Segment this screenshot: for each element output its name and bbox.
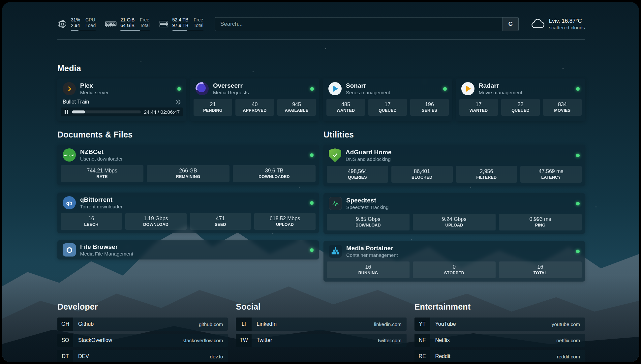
search-input[interactable]: [215, 17, 503, 31]
service-desc: Container management: [346, 252, 398, 258]
service-name: qBittorrent: [80, 196, 122, 203]
cpu-usage-label: CPU: [85, 17, 96, 23]
stat-queued: 22QUEUED: [501, 99, 540, 116]
status-dot: [310, 87, 314, 91]
bookmark-github[interactable]: GH Github github.com: [57, 318, 228, 331]
ram-icon: [105, 20, 117, 28]
service-desc: Media File Management: [80, 251, 133, 257]
pause-button[interactable]: [64, 109, 69, 115]
ram-total-label: Total: [140, 23, 150, 28]
bookmark-name: Reddit: [435, 353, 450, 359]
service-card-overseerr[interactable]: Overseerr Media Requests 21PENDING 40APP…: [190, 78, 319, 121]
stat-downloaded: 39.6 TBDOWNLOADED: [233, 165, 316, 182]
disk-stat: 52.4 TB Free 97.9 TB Total: [159, 17, 203, 31]
bookmark-stackoverflow[interactable]: SO StackOverflow stackoverflow.com: [57, 334, 228, 347]
gear-icon[interactable]: [175, 99, 181, 105]
bookmark-abbr: DT: [57, 350, 73, 362]
status-dot: [576, 250, 580, 253]
disk-icon: [159, 20, 169, 28]
bookmark-abbr: NF: [414, 334, 430, 347]
service-desc: Usenet downloader: [80, 156, 123, 162]
stat-rate: 744.21 MbpsRATE: [61, 165, 143, 182]
service-desc: Media Requests: [213, 90, 249, 95]
section-title-media: Media: [57, 64, 585, 73]
weather-condition: scattered clouds: [549, 25, 585, 30]
bookmark-dev[interactable]: DT DEV dev.to: [57, 350, 228, 362]
stat-latency: 47.569 msLATENCY: [520, 166, 582, 183]
disk-free-label: Free: [194, 17, 203, 23]
status-dot: [310, 153, 314, 157]
bookmark-url: reddit.com: [557, 354, 580, 359]
stat-approved: 40APPROVED: [235, 99, 274, 116]
stat-upload: 618.52 MbpsUPLOAD: [254, 213, 316, 230]
service-card-sonarr[interactable]: Sonarr Series management 485WANTED 17QUE…: [323, 78, 452, 121]
service-name: Media Portainer: [346, 245, 398, 252]
stat-upload: 9.24 GbpsUPLOAD: [413, 214, 496, 230]
media-card-grid: Plex Media server Bullet Train: [57, 78, 585, 121]
stat-queued: 17QUEUED: [368, 99, 407, 116]
cpu-stat: 31% CPU 2.94 Load: [57, 17, 96, 31]
adguard-shield-icon: [329, 148, 341, 162]
media-player-bar: 24:44 / 02:06:47: [61, 107, 183, 116]
service-card-portainer[interactable]: Media Portainer Container management 16R…: [323, 241, 585, 282]
bookmark-url: github.com: [199, 321, 223, 327]
ram-total-value: 64 GiB: [120, 23, 135, 28]
bookmark-name: Netflix: [435, 337, 450, 343]
cpu-load-value: 2.94: [71, 23, 80, 28]
service-card-plex[interactable]: Plex Media server Bullet Train: [57, 78, 186, 121]
section-title-developer: Developer: [57, 302, 228, 312]
bookmark-url: linkedin.com: [374, 321, 401, 327]
disk-total-value: 97.9 TB: [172, 23, 189, 28]
service-card-speedtest[interactable]: Speedtest Speedtest Tracking 9.65 GbpsDO…: [323, 193, 585, 234]
playback-progress-track[interactable]: [72, 110, 141, 113]
top-bar: 31% CPU 2.94 Load: [57, 14, 585, 34]
bookmark-reddit[interactable]: RE Reddit reddit.com: [414, 350, 585, 362]
bookmark-group-social: Social LI LinkedIn linkedin.com TW Twitt…: [236, 302, 406, 362]
status-dot: [443, 87, 447, 91]
background-snow-specks: [2, 2, 3, 3]
service-desc: Torrent downloader: [80, 204, 122, 209]
bookmark-twitter[interactable]: TW Twitter twitter.com: [236, 334, 406, 347]
stat-filtered: 2,956FILTERED: [456, 166, 517, 183]
bookmark-netflix[interactable]: NF Netflix netflix.com: [414, 334, 585, 347]
section-title-social: Social: [236, 302, 406, 312]
service-card-adguard[interactable]: AdGuard Home DNS and adblocking 498,564Q…: [323, 145, 585, 186]
service-name: Radarr: [479, 82, 522, 89]
cpu-chip-icon: [57, 19, 67, 29]
bookmark-abbr: RE: [414, 350, 430, 362]
service-card-radarr[interactable]: Radarr Movie management 17WANTED 22QUEUE…: [456, 78, 585, 121]
service-desc: Movie management: [479, 90, 522, 95]
bookmark-name: StackOverflow: [78, 337, 112, 343]
playback-progress-fill: [72, 110, 85, 113]
service-card-nzbget[interactable]: nzbget NZBGet Usenet downloader 744.21 M…: [57, 145, 319, 185]
filebrowser-icon: [63, 243, 76, 257]
bookmark-name: LinkedIn: [257, 321, 277, 327]
section-title-utilities: Utilities: [323, 130, 585, 139]
bookmark-url: netflix.com: [556, 338, 580, 343]
ram-usage-bar: [120, 30, 149, 31]
service-name: File Browser: [80, 243, 133, 251]
bookmark-linkedin[interactable]: LI LinkedIn linkedin.com: [236, 318, 406, 331]
weather-widget[interactable]: Lviv, 16.87°C scattered clouds: [530, 18, 585, 30]
bookmark-url: youtube.com: [552, 321, 580, 327]
bookmark-name: DEV: [78, 353, 89, 359]
service-desc: Speedtest Tracking: [346, 204, 388, 210]
stat-leech: 16LEECH: [61, 213, 122, 230]
service-name: Speedtest: [346, 197, 388, 204]
plex-icon: [63, 82, 76, 95]
ram-free-label: Free: [140, 17, 150, 23]
system-stats: 31% CPU 2.94 Load: [57, 17, 203, 31]
bookmark-abbr: LI: [236, 318, 252, 331]
nzbget-icon: nzbget: [63, 148, 76, 162]
stat-ping: 0.993 msPING: [499, 214, 582, 230]
service-desc: Series management: [346, 90, 390, 95]
bookmark-abbr: YT: [414, 318, 430, 331]
bookmark-name: Twitter: [257, 337, 272, 343]
service-card-filebrowser[interactable]: File Browser Media File Management: [57, 240, 319, 259]
bookmark-youtube[interactable]: YT YouTube youtube.com: [414, 318, 585, 331]
search-engine-button[interactable]: G: [503, 17, 518, 31]
service-card-qbittorrent[interactable]: qb qBittorrent Torrent downloader 16LEEC…: [57, 193, 319, 233]
sonarr-icon: [328, 82, 342, 95]
stat-pending: 21PENDING: [194, 99, 232, 116]
bookmark-group-developer: Developer GH Github github.com SO StackO…: [57, 302, 228, 362]
